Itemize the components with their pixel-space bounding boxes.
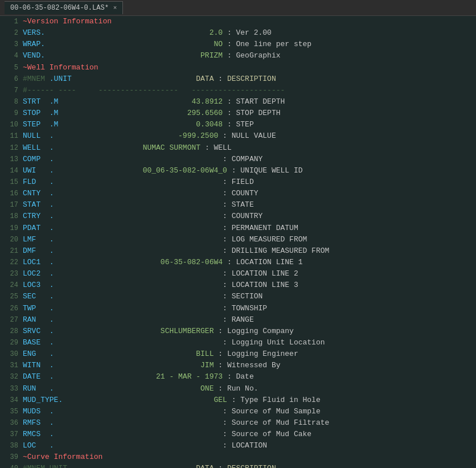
table-row: 26TWP . : TOWNSHIP xyxy=(0,303,476,314)
line-content: TWP . : TOWNSHIP xyxy=(23,303,474,314)
line-number: 14 xyxy=(2,166,18,176)
line-content: BASE . : Logging Unit Location xyxy=(23,337,474,348)
line-content: STRT .M 43.8912 : START DEPTH xyxy=(23,96,474,108)
table-row: 7#------ ---- ------------------ -------… xyxy=(0,85,476,96)
table-row: 8STRT .M 43.8912 : START DEPTH xyxy=(0,96,476,108)
line-content: WITN . JIM : Witnessed By xyxy=(23,360,474,371)
line-number: 40 xyxy=(2,463,18,468)
line-content: MUD_TYPE. GEL : Type Fluid in Hole xyxy=(23,395,474,406)
line-number: 3 xyxy=(2,39,18,50)
line-number: 20 xyxy=(2,235,18,245)
line-content: RAN . : RANGE xyxy=(23,314,474,326)
table-row: 37RMCS . : Source of Mud Cake xyxy=(0,429,476,440)
table-row: 32DATE . 21 - MAR - 1973 : Date xyxy=(0,371,476,383)
line-content: VERS. 2.0 : Ver 2.00 xyxy=(23,27,474,39)
line-content: RMFS . : Source of Mud Filtrate xyxy=(23,417,474,429)
table-row: 5~Well Information xyxy=(0,62,476,73)
table-row: 1~Version Information xyxy=(0,16,476,27)
line-content: LOC . : LOCATION xyxy=(23,440,474,451)
line-content: LOC1 . 06-35-082-06W4 : LOCATION LINE 1 xyxy=(23,257,474,268)
line-content: FLD . : FIELD xyxy=(23,176,474,188)
line-number: 27 xyxy=(2,315,18,326)
line-content: WRAP. NO : One line per step xyxy=(23,39,474,50)
line-number: 26 xyxy=(2,303,18,314)
line-content: ~Version Information xyxy=(23,16,474,27)
code-editor: 1~Version Information2VERS. 2.0 : Ver 2.… xyxy=(0,16,476,468)
line-number: 7 xyxy=(2,85,18,96)
table-row: 3WRAP. NO : One line per step xyxy=(0,39,476,50)
line-content: WELL . NUMAC SURMONT : WELL xyxy=(23,142,474,154)
table-row: 6#MNEM .UNIT DATA : DESCRIPTION xyxy=(0,73,476,85)
line-content: NULL . -999.2500 : NULL VALUE xyxy=(23,130,474,142)
line-number: 6 xyxy=(2,74,18,85)
line-content: DATE . 21 - MAR - 1973 : Date xyxy=(23,371,474,383)
line-content: CNTY . : COUNTY xyxy=(23,188,474,199)
line-number: 12 xyxy=(2,143,18,154)
line-number: 13 xyxy=(2,154,18,165)
table-row: 17STAT . : STATE xyxy=(0,199,476,211)
line-content: CTRY . : COUNTRY xyxy=(23,211,474,222)
line-number: 25 xyxy=(2,292,18,302)
table-row: 2VERS. 2.0 : Ver 2.00 xyxy=(0,27,476,39)
table-row: 38LOC . : LOCATION xyxy=(0,440,476,451)
table-row: 33RUN . ONE : Run No. xyxy=(0,383,476,395)
line-number: 8 xyxy=(2,97,18,108)
line-number: 30 xyxy=(2,349,18,360)
table-row: 9STOP .M 295.6560 : STOP DEPTH xyxy=(0,108,476,119)
line-content: STOP .M 295.6560 : STOP DEPTH xyxy=(23,108,474,119)
line-content: VEND. PRIZM : GeoGraphix xyxy=(23,50,474,61)
line-content: DMF . : DRILLING MEASURED FROM xyxy=(23,245,474,257)
line-number: 34 xyxy=(2,395,18,406)
table-row: 16CNTY . : COUNTY xyxy=(0,188,476,199)
table-row: 14UWI . 00_06-35-082-06W4_0 : UNIQUE WEL… xyxy=(0,165,476,176)
line-number: 37 xyxy=(2,429,18,440)
line-number: 33 xyxy=(2,384,18,395)
line-number: 9 xyxy=(2,108,18,119)
line-number: 28 xyxy=(2,326,18,337)
tab-close-button[interactable]: × xyxy=(113,5,117,11)
line-content: #------ ---- ------------------ --------… xyxy=(23,85,474,96)
table-row: 39~Curve Information xyxy=(0,451,476,463)
line-number: 23 xyxy=(2,269,18,280)
line-number: 15 xyxy=(2,177,18,188)
table-row: 13COMP . : COMPANY xyxy=(0,154,476,165)
line-number: 19 xyxy=(2,223,18,234)
line-content: UWI . 00_06-35-082-06W4_0 : UNIQUE WELL … xyxy=(23,165,474,176)
line-number: 22 xyxy=(2,257,18,268)
table-row: 40#MNEM.UNIT DATA : DESCRIPTION xyxy=(0,463,476,468)
line-number: 24 xyxy=(2,280,18,291)
table-row: 30ENG . BILL : Logging Engineer xyxy=(0,348,476,360)
line-content: #MNEM .UNIT DATA : DESCRIPTION xyxy=(23,73,474,85)
line-content: RUN . ONE : Run No. xyxy=(23,383,474,395)
line-content: STEP .M 0.3048 : STEP xyxy=(23,119,474,130)
line-content: ENG . BILL : Logging Engineer xyxy=(23,348,474,360)
line-content: ~Curve Information xyxy=(23,451,474,463)
line-content: SEC . : SECTION xyxy=(23,291,474,302)
line-content: #MNEM.UNIT DATA : DESCRIPTION xyxy=(23,463,474,468)
line-number: 32 xyxy=(2,372,18,383)
table-row: 10STEP .M 0.3048 : STEP xyxy=(0,119,476,130)
table-row: 31WITN . JIM : Witnessed By xyxy=(0,360,476,371)
line-number: 17 xyxy=(2,200,18,211)
line-number: 18 xyxy=(2,211,18,222)
table-row: 29BASE . : Logging Unit Location xyxy=(0,337,476,348)
line-number: 29 xyxy=(2,338,18,348)
line-content: STAT . : STATE xyxy=(23,199,474,211)
table-row: 36RMFS . : Source of Mud Filtrate xyxy=(0,417,476,429)
table-row: 27RAN . : RANGE xyxy=(0,314,476,326)
line-content: MUDS . : Source of Mud Sample xyxy=(23,406,474,417)
line-content: LOC3 . : LOCATION LINE 3 xyxy=(23,280,474,291)
title-bar: 00-06-35-082-06W4-0.LAS* × xyxy=(0,0,476,16)
line-number: 10 xyxy=(2,120,18,130)
line-number: 21 xyxy=(2,246,18,257)
table-row: 12WELL . NUMAC SURMONT : WELL xyxy=(0,142,476,154)
table-row: 15FLD . : FIELD xyxy=(0,176,476,188)
table-row: 18CTRY . : COUNTRY xyxy=(0,211,476,222)
line-number: 4 xyxy=(2,51,18,61)
line-number: 31 xyxy=(2,360,18,371)
table-row: 28SRVC . SCHLUMBERGER : Logging Company xyxy=(0,326,476,337)
file-tab[interactable]: 00-06-35-082-06W4-0.LAS* × xyxy=(5,1,123,14)
line-number: 39 xyxy=(2,452,18,463)
table-row: 23LOC2 . : LOCATION LINE 2 xyxy=(0,268,476,280)
line-number: 5 xyxy=(2,63,18,73)
